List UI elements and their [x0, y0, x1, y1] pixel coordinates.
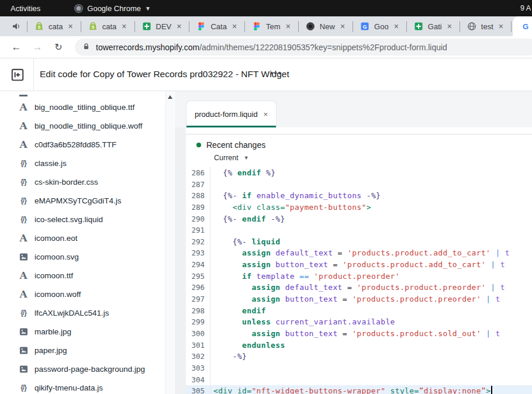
browser-tab-cata[interactable]: Scata× [27, 16, 81, 36]
tab-close-button[interactable]: × [340, 22, 346, 30]
code-lines[interactable]: 286 {% endif %}287288 {%- if enable_dyna… [186, 167, 532, 394]
code-text: {%- if enable_dynamic_buttons -%} [210, 190, 381, 202]
back-button[interactable]: ← [9, 42, 23, 53]
file-item-ico-select.svg.liquid[interactable]: {/}ico-select.svg.liquid [0, 210, 165, 229]
image-file-icon [18, 365, 29, 374]
tab-close-button[interactable]: × [498, 22, 504, 30]
font-file-icon: A [18, 140, 29, 149]
line-number: 288 [186, 190, 210, 202]
browser-tab-Tem[interactable]: Tem× [245, 16, 298, 36]
tab-close-button[interactable]: × [232, 22, 237, 30]
file-item-classie.js[interactable]: {/}classie.js [0, 154, 165, 172]
file-name: marble.jpg [34, 327, 71, 336]
code-line-290[interactable]: 290 {%- endif -%} [186, 213, 532, 225]
reload-button[interactable]: ↻ [51, 42, 65, 53]
browser-tab-DEV[interactable]: DEV× [135, 16, 189, 36]
svg-text:S: S [37, 25, 40, 30]
collapse-sidebar-button[interactable] [10, 67, 25, 82]
font-file-icon: A [18, 289, 29, 299]
tab-label: cata [102, 22, 117, 31]
line-number: 290 [186, 213, 210, 225]
file-item-eMAPMXSyTCgGdiT4.js[interactable]: {/}eMAPMXSyTCgGdiT4.js [0, 191, 165, 210]
editor-tab-product-form[interactable]: product-form.liquid × [186, 101, 277, 127]
file-item-paper.jpg[interactable]: paper.jpg [0, 341, 165, 360]
sidebar-scrollbar[interactable] [165, 91, 174, 394]
dropdown-caret-icon: ▼ [244, 155, 249, 161]
browser-tab-test[interactable]: test× [460, 16, 511, 36]
code-line-300[interactable]: 300 assign button_text = 'products.produ… [186, 328, 532, 340]
code-line-293[interactable]: 293 assign default_text = 'products.prod… [186, 247, 532, 259]
version-dropdown[interactable]: Current ▼ [214, 154, 532, 162]
code-line-286[interactable]: 286 {% endif %} [186, 167, 532, 179]
file-item-icomoon.ttf[interactable]: Aicomoon.ttf [0, 266, 165, 285]
code-line-304[interactable]: 304 [186, 374, 532, 386]
code-text: endif [210, 305, 266, 317]
code-line-303[interactable]: 303 [186, 362, 532, 374]
browser-tab-Gati[interactable]: Gati× [407, 16, 460, 36]
code-line-292[interactable]: 292 {%- liquid [186, 236, 532, 248]
activities-button[interactable]: Activities [7, 4, 44, 13]
file-item-big_noodle_titling_oblique.ttf[interactable]: Abig_noodle_titling_oblique.ttf [0, 98, 165, 116]
file-item-icomoon.woff[interactable]: Aicomoon.woff [0, 285, 165, 303]
code-line-294[interactable]: 294 assign button_text = 'products.produ… [186, 259, 532, 271]
code-line-296[interactable]: 296 assign default_text = 'products.prod… [186, 282, 532, 293]
file-name: password-page-background.jpg [34, 365, 145, 374]
code-line-297[interactable]: 297 assign button_text = 'products.produ… [186, 293, 532, 305]
tab-close-button[interactable]: × [393, 22, 399, 30]
editor-panel-gap [186, 127, 532, 134]
browser-tab-Cata[interactable]: Cata× [189, 16, 244, 36]
code-file-icon: {/} [18, 383, 29, 392]
unsaved-changes-dot [196, 143, 201, 147]
forward-button[interactable]: → [30, 42, 44, 53]
code-line-301[interactable]: 301 endunless [186, 340, 532, 351]
tab-close-button[interactable]: × [447, 22, 452, 30]
sheets-icon [142, 22, 151, 31]
clipped-file-item [0, 91, 165, 98]
svg-text:G: G [523, 22, 528, 31]
file-item-qikify-tmenu-data.js[interactable]: {/}qikify-tmenu-data.js [0, 378, 165, 394]
browser-tab-cata[interactable]: Scata× [81, 16, 134, 36]
scroll-up-arrow-icon[interactable] [168, 95, 172, 99]
file-item-icomoon.svg[interactable]: icomoon.svg [0, 247, 165, 266]
more-actions-button[interactable]: ••• [270, 68, 282, 78]
code-line-295[interactable]: 295 if template == 'product.preorder' [186, 271, 532, 282]
code-line-287[interactable]: 287 [186, 179, 532, 191]
image-file-icon [18, 327, 29, 336]
code-line-288[interactable]: 288 {%- if enable_dynamic_buttons -%} [186, 190, 532, 202]
file-item-c0df3a6b528fdd85.TTF[interactable]: Ac0df3a6b528fdd85.TTF [0, 135, 165, 154]
file-item-marble.jpg[interactable]: marble.jpg [0, 322, 165, 341]
file-item-password-page-background.jpg[interactable]: password-page-background.jpg [0, 360, 165, 378]
figma-icon [196, 22, 206, 31]
file-name: c0df3a6b528fdd85.TTF [34, 140, 116, 149]
code-text: assign button_text = 'products.product.a… [210, 259, 505, 271]
app-menu[interactable]: Google Chrome ▼ [74, 4, 151, 13]
file-item-lfcAXLwjkDALc541.js[interactable]: {/}lfcAXLwjkDALc541.js [0, 303, 165, 322]
file-name: icomoon.eot [34, 234, 78, 243]
tab-close-button[interactable]: × [285, 22, 291, 30]
font-file-icon: A [18, 121, 29, 130]
tab-close-button[interactable]: × [68, 22, 74, 30]
code-line-291[interactable]: 291 [186, 224, 532, 236]
file-item-icomoon.eot[interactable]: Aicomoon.eot [0, 229, 165, 247]
address-bar[interactable]: towerrecords.myshopify.com/admin/themes/… [75, 39, 532, 56]
file-item-big_noodle_titling_oblique.woff[interactable]: Abig_noodle_titling_oblique.woff [0, 116, 165, 135]
line-number: 289 [186, 202, 210, 213]
code-text: -%} [210, 351, 247, 362]
browser-tab-Goo[interactable]: GGoo× [353, 16, 406, 36]
shopify-icon: S [88, 22, 98, 31]
file-item-cs-skin-border.css[interactable]: {/}cs-skin-border.css [0, 172, 165, 191]
code-line-305[interactable]: 305<div id="nft-widget-buttons-wrapper" … [186, 385, 532, 394]
google-icon: G [521, 22, 530, 31]
line-number: 304 [186, 374, 210, 386]
code-line-289[interactable]: 289 <div class="payment-buttons"> [186, 202, 532, 213]
browser-tab-partial[interactable]: G [513, 16, 532, 36]
code-line-299[interactable]: 299 unless current_variant.available [186, 316, 532, 328]
tab-close-button[interactable]: × [121, 22, 127, 30]
browser-tab-New[interactable]: New× [299, 16, 353, 36]
audio-indicator-icon[interactable] [12, 22, 21, 31]
editor-tab-close-button[interactable]: × [263, 110, 268, 119]
code-line-302[interactable]: 302 -%} [186, 351, 532, 362]
code-line-298[interactable]: 298 endif [186, 305, 532, 317]
tab-close-button[interactable]: × [176, 22, 182, 30]
header-divider [33, 58, 34, 91]
